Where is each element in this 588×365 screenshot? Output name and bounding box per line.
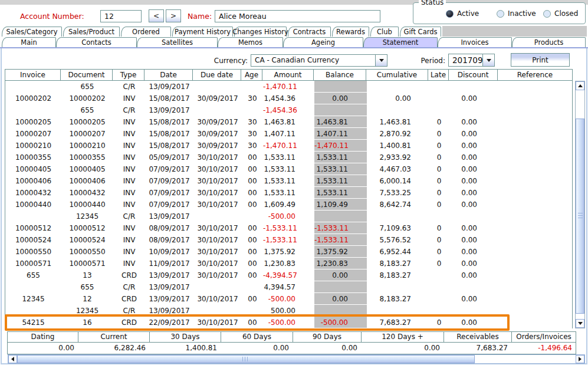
tab-row-filler (442, 26, 587, 37)
tab-sales-product[interactable]: Sales/Product (63, 27, 120, 37)
cell-discount (449, 81, 498, 93)
column-header-discount[interactable]: Discount (449, 69, 498, 81)
chevron-down-icon[interactable] (375, 55, 387, 66)
tab-rewards[interactable]: Rewards (332, 27, 369, 37)
cell-amount: -4,394.57 (263, 269, 314, 281)
cell-date: 07/09/2017 (145, 199, 193, 211)
cell-document: 10000405 (61, 163, 113, 175)
table-row[interactable]: 1000057110000571INV11/09/201730/10/20170… (5, 258, 572, 269)
cell-reference (498, 281, 573, 293)
tab-statement[interactable]: Statement (363, 37, 438, 47)
period-select[interactable]: 201709 (448, 54, 495, 67)
cell-reference (498, 128, 573, 140)
column-header-late[interactable]: Late (428, 69, 449, 81)
cell-due-date: 30/10/2017 (193, 175, 242, 187)
tab-satellites[interactable]: Satellites (137, 37, 218, 47)
column-header-age[interactable]: Age (241, 69, 262, 81)
tab-contacts[interactable]: Contacts (56, 37, 137, 47)
cell-reference (498, 163, 573, 175)
vertical-scrollbar[interactable] (575, 81, 585, 328)
table-row[interactable]: 12345C/R13/09/2017500.00 (5, 305, 572, 317)
table-row[interactable]: 1000021010000210INV15/08/201730/09/20173… (5, 140, 572, 152)
table-row[interactable]: 655C/R13/09/2017-1,470.11 (5, 81, 572, 93)
cell-type: C/R (113, 305, 145, 317)
table-row[interactable]: 1000040610000406INV07/09/201730/10/20170… (5, 175, 572, 187)
scrollbar-grip-icon (578, 213, 583, 219)
table-row[interactable]: 5421516CRD22/09/201730/10/201700-500.00-… (5, 317, 572, 328)
tab-gift-cards[interactable]: Gift Cards (400, 27, 441, 37)
status-radio-closed[interactable]: Closed (543, 9, 578, 18)
cell-balance (314, 305, 367, 317)
column-header-document[interactable]: Document (61, 69, 113, 81)
column-header-invoice[interactable]: Invoice (5, 69, 61, 81)
table-row[interactable]: 65513CRD13/09/201730/10/201700-4,394.570… (5, 269, 572, 281)
cell-document: 10000550 (61, 246, 113, 258)
column-header-cumulative[interactable]: Cumulative (366, 69, 428, 81)
horizontal-scrollbar-thumb[interactable] (17, 355, 475, 363)
column-header-amount[interactable]: Amount (262, 69, 314, 81)
tab-products[interactable]: Products (512, 37, 586, 47)
table-row[interactable]: 1234512CRD13/09/201730/10/201700-500.000… (5, 293, 572, 305)
radio-unselected-icon[interactable] (543, 10, 551, 18)
cell-reference (498, 269, 573, 281)
cell-age: 00 (242, 317, 263, 328)
status-radio-inactive[interactable]: Inactive (497, 9, 536, 18)
cell-invoice: 10000207 (5, 128, 61, 140)
cell-due-date: 30/09/2017 (193, 128, 242, 140)
next-record-button[interactable]: > (166, 9, 181, 22)
table-row[interactable]: 1000020510000205INV15/08/201730/09/20173… (5, 116, 572, 128)
account-number-input[interactable]: 12 (100, 10, 142, 22)
table-row[interactable]: 1000044010000440INV07/09/201730/10/20170… (5, 199, 572, 211)
column-header-due-date[interactable]: Due date (193, 69, 241, 81)
cell-amount: -500.00 (263, 211, 314, 222)
table-row[interactable]: 1000040510000405INV07/09/201730/10/20170… (5, 163, 572, 175)
radio-selected-icon[interactable] (446, 10, 454, 18)
radio-unselected-icon[interactable] (497, 10, 504, 18)
summary-value-orders-invoices: -1,496.64 (513, 343, 577, 354)
cell-reference (498, 222, 573, 234)
print-button[interactable]: Print (511, 53, 570, 67)
cell-reference (498, 81, 573, 93)
tab-ageing[interactable]: Ageing (283, 37, 363, 47)
column-header-balance[interactable]: Balance (314, 69, 366, 81)
table-row[interactable]: 1000020710000207INV15/08/201730/09/20173… (5, 128, 572, 140)
cell-late: 0 (429, 175, 449, 187)
period-label: Period: (413, 57, 445, 65)
tab-sales-category[interactable]: Sales/Category (2, 27, 62, 37)
table-row[interactable]: 655C/R13/09/2017-1,454.36 (5, 104, 572, 116)
tab-changes-history[interactable]: Changes History (234, 27, 287, 37)
column-header-reference[interactable]: Reference (498, 69, 573, 81)
tab-club[interactable]: Club (370, 27, 399, 37)
prev-record-button[interactable]: < (149, 9, 164, 22)
scroll-down-arrow-icon[interactable] (576, 319, 584, 328)
status-radio-active[interactable]: Active (446, 9, 479, 18)
table-row[interactable]: 1000052410000524INV08/09/201730/10/20170… (5, 234, 572, 246)
horizontal-scrollbar[interactable] (8, 354, 585, 364)
table-row[interactable]: 655C/R13/09/20174,394.57 (5, 281, 572, 293)
tab-contracts[interactable]: Contracts (288, 27, 331, 37)
table-row[interactable]: 1000043210000432INV07/09/201730/10/20170… (5, 187, 572, 199)
column-header-type[interactable]: Type (113, 69, 144, 81)
chevron-down-icon[interactable] (482, 54, 494, 66)
tab-main[interactable]: Main (2, 37, 56, 47)
scroll-up-arrow-icon[interactable] (576, 81, 584, 90)
tab-ordered[interactable]: Ordered (121, 27, 171, 37)
tab-invoices[interactable]: Invoices (438, 37, 512, 47)
cell-balance: 1,463.81 (314, 116, 367, 128)
table-row[interactable]: 1000035510000355INV05/09/201730/10/20170… (5, 152, 572, 163)
tab-payment-history[interactable]: Payment History (172, 27, 233, 37)
table-row[interactable]: 1000055010000550INV10/09/201730/10/20170… (5, 246, 572, 258)
tab-memos[interactable]: Memos (218, 37, 283, 47)
column-header-date[interactable]: Date (144, 69, 193, 81)
name-input[interactable]: Alice Moreau (215, 10, 380, 22)
currency-select[interactable]: CA - Canadian Currency (251, 54, 387, 67)
cell-balance: -500.00 (314, 317, 367, 328)
vertical-scrollbar-thumb[interactable] (576, 119, 584, 314)
cell-amount: 1,533.11 (263, 152, 314, 163)
summary-value-90-days: 0.00 (294, 343, 362, 354)
table-row[interactable]: 12345C/R13/09/2017-500.00 (5, 211, 572, 222)
scroll-right-arrow-icon[interactable] (576, 355, 584, 363)
table-row[interactable]: 1000020210000202INV15/08/201730/09/20173… (5, 93, 572, 104)
table-row[interactable]: 1000051210000512INV08/09/201730/10/20170… (5, 222, 572, 234)
scroll-left-arrow-icon[interactable] (8, 355, 17, 363)
